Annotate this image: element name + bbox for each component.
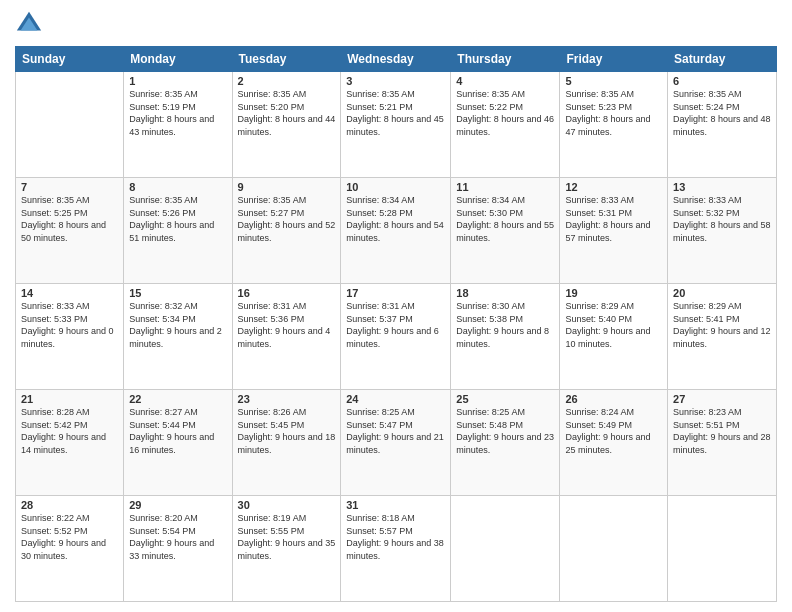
day-number: 22 (129, 393, 226, 405)
day-info: Sunrise: 8:29 AMSunset: 5:41 PMDaylight:… (673, 300, 771, 350)
day-info: Sunrise: 8:29 AMSunset: 5:40 PMDaylight:… (565, 300, 662, 350)
day-cell: 26Sunrise: 8:24 AMSunset: 5:49 PMDayligh… (560, 390, 668, 496)
day-number: 12 (565, 181, 662, 193)
day-info: Sunrise: 8:35 AMSunset: 5:21 PMDaylight:… (346, 88, 445, 138)
day-cell: 21Sunrise: 8:28 AMSunset: 5:42 PMDayligh… (16, 390, 124, 496)
day-cell: 24Sunrise: 8:25 AMSunset: 5:47 PMDayligh… (341, 390, 451, 496)
day-cell: 6Sunrise: 8:35 AMSunset: 5:24 PMDaylight… (668, 72, 777, 178)
day-info: Sunrise: 8:31 AMSunset: 5:37 PMDaylight:… (346, 300, 445, 350)
day-number: 7 (21, 181, 118, 193)
week-row-1: 1Sunrise: 8:35 AMSunset: 5:19 PMDaylight… (16, 72, 777, 178)
day-number: 9 (238, 181, 336, 193)
day-number: 14 (21, 287, 118, 299)
day-number: 21 (21, 393, 118, 405)
day-cell: 4Sunrise: 8:35 AMSunset: 5:22 PMDaylight… (451, 72, 560, 178)
day-number: 2 (238, 75, 336, 87)
day-cell: 19Sunrise: 8:29 AMSunset: 5:40 PMDayligh… (560, 284, 668, 390)
day-info: Sunrise: 8:35 AMSunset: 5:22 PMDaylight:… (456, 88, 554, 138)
week-row-2: 7Sunrise: 8:35 AMSunset: 5:25 PMDaylight… (16, 178, 777, 284)
day-number: 3 (346, 75, 445, 87)
day-info: Sunrise: 8:35 AMSunset: 5:26 PMDaylight:… (129, 194, 226, 244)
page: SundayMondayTuesdayWednesdayThursdayFrid… (0, 0, 792, 612)
day-number: 28 (21, 499, 118, 511)
day-info: Sunrise: 8:26 AMSunset: 5:45 PMDaylight:… (238, 406, 336, 456)
day-info: Sunrise: 8:18 AMSunset: 5:57 PMDaylight:… (346, 512, 445, 562)
day-number: 11 (456, 181, 554, 193)
day-info: Sunrise: 8:22 AMSunset: 5:52 PMDaylight:… (21, 512, 118, 562)
day-number: 13 (673, 181, 771, 193)
day-info: Sunrise: 8:35 AMSunset: 5:19 PMDaylight:… (129, 88, 226, 138)
day-number: 19 (565, 287, 662, 299)
day-cell (451, 496, 560, 602)
day-info: Sunrise: 8:25 AMSunset: 5:48 PMDaylight:… (456, 406, 554, 456)
day-info: Sunrise: 8:23 AMSunset: 5:51 PMDaylight:… (673, 406, 771, 456)
day-info: Sunrise: 8:35 AMSunset: 5:23 PMDaylight:… (565, 88, 662, 138)
day-info: Sunrise: 8:34 AMSunset: 5:30 PMDaylight:… (456, 194, 554, 244)
weekday-header-thursday: Thursday (451, 47, 560, 72)
day-number: 23 (238, 393, 336, 405)
day-cell: 1Sunrise: 8:35 AMSunset: 5:19 PMDaylight… (124, 72, 232, 178)
day-cell: 20Sunrise: 8:29 AMSunset: 5:41 PMDayligh… (668, 284, 777, 390)
day-number: 6 (673, 75, 771, 87)
day-info: Sunrise: 8:32 AMSunset: 5:34 PMDaylight:… (129, 300, 226, 350)
day-number: 15 (129, 287, 226, 299)
logo-icon (15, 10, 43, 38)
week-row-4: 21Sunrise: 8:28 AMSunset: 5:42 PMDayligh… (16, 390, 777, 496)
day-cell: 30Sunrise: 8:19 AMSunset: 5:55 PMDayligh… (232, 496, 341, 602)
day-cell: 9Sunrise: 8:35 AMSunset: 5:27 PMDaylight… (232, 178, 341, 284)
day-number: 26 (565, 393, 662, 405)
day-info: Sunrise: 8:28 AMSunset: 5:42 PMDaylight:… (21, 406, 118, 456)
day-info: Sunrise: 8:33 AMSunset: 5:31 PMDaylight:… (565, 194, 662, 244)
day-cell: 31Sunrise: 8:18 AMSunset: 5:57 PMDayligh… (341, 496, 451, 602)
day-cell: 2Sunrise: 8:35 AMSunset: 5:20 PMDaylight… (232, 72, 341, 178)
day-number: 16 (238, 287, 336, 299)
day-cell: 16Sunrise: 8:31 AMSunset: 5:36 PMDayligh… (232, 284, 341, 390)
weekday-header-monday: Monday (124, 47, 232, 72)
day-cell: 5Sunrise: 8:35 AMSunset: 5:23 PMDaylight… (560, 72, 668, 178)
day-cell: 29Sunrise: 8:20 AMSunset: 5:54 PMDayligh… (124, 496, 232, 602)
calendar-table: SundayMondayTuesdayWednesdayThursdayFrid… (15, 46, 777, 602)
day-info: Sunrise: 8:33 AMSunset: 5:33 PMDaylight:… (21, 300, 118, 350)
day-cell: 15Sunrise: 8:32 AMSunset: 5:34 PMDayligh… (124, 284, 232, 390)
day-cell: 23Sunrise: 8:26 AMSunset: 5:45 PMDayligh… (232, 390, 341, 496)
weekday-header-wednesday: Wednesday (341, 47, 451, 72)
day-number: 10 (346, 181, 445, 193)
day-info: Sunrise: 8:27 AMSunset: 5:44 PMDaylight:… (129, 406, 226, 456)
day-cell: 7Sunrise: 8:35 AMSunset: 5:25 PMDaylight… (16, 178, 124, 284)
week-row-5: 28Sunrise: 8:22 AMSunset: 5:52 PMDayligh… (16, 496, 777, 602)
day-number: 25 (456, 393, 554, 405)
day-info: Sunrise: 8:35 AMSunset: 5:25 PMDaylight:… (21, 194, 118, 244)
header (15, 10, 777, 38)
weekday-header-saturday: Saturday (668, 47, 777, 72)
day-cell: 10Sunrise: 8:34 AMSunset: 5:28 PMDayligh… (341, 178, 451, 284)
day-cell: 11Sunrise: 8:34 AMSunset: 5:30 PMDayligh… (451, 178, 560, 284)
day-info: Sunrise: 8:35 AMSunset: 5:20 PMDaylight:… (238, 88, 336, 138)
weekday-header-tuesday: Tuesday (232, 47, 341, 72)
day-info: Sunrise: 8:35 AMSunset: 5:27 PMDaylight:… (238, 194, 336, 244)
week-row-3: 14Sunrise: 8:33 AMSunset: 5:33 PMDayligh… (16, 284, 777, 390)
day-number: 4 (456, 75, 554, 87)
day-cell: 27Sunrise: 8:23 AMSunset: 5:51 PMDayligh… (668, 390, 777, 496)
day-number: 27 (673, 393, 771, 405)
day-cell: 14Sunrise: 8:33 AMSunset: 5:33 PMDayligh… (16, 284, 124, 390)
day-cell: 22Sunrise: 8:27 AMSunset: 5:44 PMDayligh… (124, 390, 232, 496)
day-number: 31 (346, 499, 445, 511)
day-number: 1 (129, 75, 226, 87)
day-info: Sunrise: 8:30 AMSunset: 5:38 PMDaylight:… (456, 300, 554, 350)
day-number: 20 (673, 287, 771, 299)
day-cell: 8Sunrise: 8:35 AMSunset: 5:26 PMDaylight… (124, 178, 232, 284)
day-info: Sunrise: 8:20 AMSunset: 5:54 PMDaylight:… (129, 512, 226, 562)
day-cell: 13Sunrise: 8:33 AMSunset: 5:32 PMDayligh… (668, 178, 777, 284)
day-info: Sunrise: 8:25 AMSunset: 5:47 PMDaylight:… (346, 406, 445, 456)
day-cell: 12Sunrise: 8:33 AMSunset: 5:31 PMDayligh… (560, 178, 668, 284)
day-number: 8 (129, 181, 226, 193)
day-info: Sunrise: 8:35 AMSunset: 5:24 PMDaylight:… (673, 88, 771, 138)
day-info: Sunrise: 8:24 AMSunset: 5:49 PMDaylight:… (565, 406, 662, 456)
day-cell (16, 72, 124, 178)
day-number: 17 (346, 287, 445, 299)
day-info: Sunrise: 8:19 AMSunset: 5:55 PMDaylight:… (238, 512, 336, 562)
day-cell: 3Sunrise: 8:35 AMSunset: 5:21 PMDaylight… (341, 72, 451, 178)
day-number: 24 (346, 393, 445, 405)
day-number: 5 (565, 75, 662, 87)
day-cell: 25Sunrise: 8:25 AMSunset: 5:48 PMDayligh… (451, 390, 560, 496)
